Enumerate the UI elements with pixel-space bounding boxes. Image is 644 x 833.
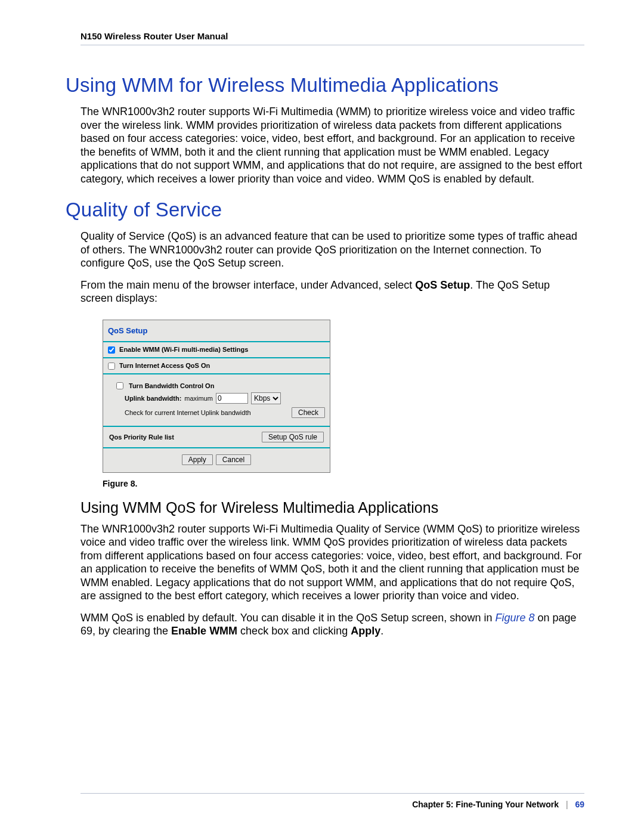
qos-p2-bold: QoS Setup <box>415 279 470 291</box>
uplink-unit-select[interactable]: Kbps <box>251 392 281 404</box>
qos-setup-panel: QoS Setup Enable WMM (Wi-Fi multi-media)… <box>103 320 330 473</box>
bandwidth-control-label: Turn Bandwidth Control On <box>129 382 214 389</box>
cancel-button[interactable]: Cancel <box>216 454 251 465</box>
bandwidth-control-block: Turn Bandwidth Control On Uplink bandwid… <box>103 374 330 427</box>
footer-chapter: Chapter 5: Fine-Tuning Your Network <box>412 800 559 809</box>
sub-p2-a: WMM QoS is enabled by default. You can d… <box>80 612 495 624</box>
footer-page-number: 69 <box>575 800 584 809</box>
subsection-paragraph-1: The WNR1000v3h2 router supports Wi-Fi Mu… <box>80 522 584 603</box>
bandwidth-control-checkbox[interactable] <box>116 382 123 389</box>
footer-rule <box>80 793 584 794</box>
figure-caption: Figure 8. <box>103 479 584 488</box>
section-heading-wmm: Using WMM for Wireless Multimedia Applic… <box>66 74 584 97</box>
sub-p2-c: check box and clicking <box>237 625 351 637</box>
enable-wmm-checkbox[interactable] <box>108 346 115 354</box>
page-footer: Chapter 5: Fine-Tuning Your Network | 69 <box>60 793 584 809</box>
setup-qos-rule-button[interactable]: Setup QoS rule <box>262 432 324 442</box>
header-rule <box>80 45 584 45</box>
apply-button[interactable]: Apply <box>182 454 213 465</box>
figure-8-link[interactable]: Figure 8 <box>495 612 534 624</box>
qos-p2-pre: From the main menu of the browser interf… <box>80 279 415 291</box>
internet-qos-row: Turn Internet Access QoS On <box>103 358 330 374</box>
wmm-paragraph: The WNR1000v3h2 router supports Wi-Fi Mu… <box>80 105 584 185</box>
qos-paragraph-2: From the main menu of the browser interf… <box>80 278 584 305</box>
footer-separator: | <box>566 800 568 809</box>
document-header: N150 Wireless Router User Manual <box>80 31 584 41</box>
enable-wmm-label: Enable WMM (Wi-Fi multi-media) Settings <box>119 346 248 353</box>
uplink-label-mid: maximum <box>184 395 213 402</box>
qos-rule-list-row: Qos Priority Rule list Setup QoS rule <box>103 427 330 448</box>
internet-qos-label: Turn Internet Access QoS On <box>119 362 210 369</box>
internet-qos-checkbox[interactable] <box>108 363 115 370</box>
footer-line: Chapter 5: Fine-Tuning Your Network | 69 <box>60 800 584 809</box>
manual-page: N150 Wireless Router User Manual Using W… <box>0 0 644 833</box>
enable-wmm-row: Enable WMM (Wi-Fi multi-media) Settings <box>103 342 330 358</box>
uplink-label-pre: Uplink bandwidth: <box>125 395 181 402</box>
subsection-paragraph-2: WMM QoS is enabled by default. You can d… <box>80 611 584 638</box>
qos-paragraph-1: Quality of Service (QoS) is an advanced … <box>80 230 584 270</box>
section-heading-qos: Quality of Service <box>66 199 584 221</box>
qos-rule-list-label: Qos Priority Rule list <box>109 433 174 441</box>
sub-p2-d: . <box>380 625 383 637</box>
qos-panel-title: QoS Setup <box>103 320 330 342</box>
check-button[interactable]: Check <box>292 407 325 418</box>
check-bandwidth-label: Check for current Internet Uplink bandwi… <box>125 409 251 416</box>
sub-p2-bold1: Enable WMM <box>171 625 237 637</box>
subsection-heading: Using WMM QoS for Wireless Multimedia Ap… <box>80 499 584 516</box>
uplink-bandwidth-input[interactable] <box>216 393 248 404</box>
figure-8: QoS Setup Enable WMM (Wi-Fi multi-media)… <box>103 320 584 473</box>
qos-action-row: Apply Cancel <box>103 448 330 472</box>
sub-p2-bold2: Apply <box>351 625 380 637</box>
